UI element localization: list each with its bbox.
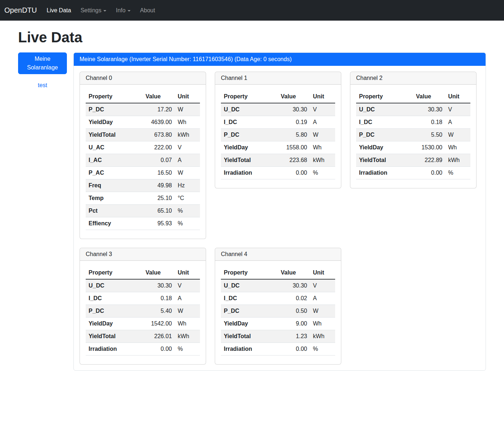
table-row: P_DC0.50W: [221, 305, 335, 318]
value-cell: 95.93: [131, 217, 175, 230]
value-cell: 226.01: [131, 330, 175, 343]
column-header-unit: Unit: [445, 90, 470, 103]
unit-cell: W: [175, 305, 200, 318]
column-header-unit: Unit: [175, 267, 200, 279]
table-row: I_DC0.18A: [86, 292, 200, 305]
column-header-unit: Unit: [175, 90, 200, 103]
table-row: P_DC5.40W: [86, 305, 200, 318]
table-row: Irradiation0.00%: [221, 167, 335, 179]
table-row: Irradiation0.00%: [356, 167, 470, 179]
unit-cell: %: [445, 167, 470, 179]
unit-cell: V: [310, 103, 335, 116]
chevron-down-icon: [103, 10, 106, 12]
unit-cell: kWh: [445, 154, 470, 167]
navbar: OpenDTU Live Data Settings Info About: [0, 0, 504, 21]
property-cell: I_DC: [86, 292, 131, 305]
unit-cell: Wh: [310, 318, 335, 330]
table-header-row: PropertyValueUnit: [86, 267, 200, 279]
nav-about[interactable]: About: [135, 4, 160, 17]
property-cell: Irradiation: [221, 343, 266, 356]
column-header-property: Property: [221, 267, 266, 279]
table-row: I_DC0.02A: [221, 292, 335, 305]
chevron-down-icon: [128, 10, 131, 12]
unit-cell: V: [310, 279, 335, 292]
value-cell: 1530.00: [402, 141, 445, 154]
test-link[interactable]: test: [18, 82, 67, 89]
value-cell: 49.98: [131, 179, 175, 192]
inverter-select-button[interactable]: Meine Solaranlage: [18, 52, 67, 74]
nav-info[interactable]: Info: [111, 4, 135, 17]
table-row: U_DC30.30V: [86, 279, 200, 292]
value-cell: 30.30: [266, 103, 310, 116]
unit-cell: W: [175, 167, 200, 179]
table-header-row: PropertyValueUnit: [356, 90, 470, 103]
navbar-items: Live Data Settings Info About: [42, 4, 160, 17]
navbar-brand[interactable]: OpenDTU: [4, 6, 37, 14]
property-cell: P_AC: [86, 167, 131, 179]
property-cell: YieldDay: [221, 318, 266, 330]
value-cell: 0.19: [266, 116, 310, 129]
page-container: Live Data Meine Solaranlage test Meine S…: [0, 29, 504, 385]
channel-title: Channel 1: [215, 72, 341, 85]
column-header-property: Property: [86, 90, 131, 103]
channel-title: Channel 2: [350, 72, 476, 85]
table-row: YieldTotal223.68kWh: [221, 154, 335, 167]
table-row: YieldDay9.00Wh: [221, 318, 335, 330]
channel-table: PropertyValueUnitU_DC30.30VI_DC0.19AP_DC…: [221, 90, 335, 179]
table-row: Irradiation0.00%: [221, 343, 335, 356]
table-row: YieldTotal1.23kWh: [221, 330, 335, 343]
property-cell: P_DC: [86, 103, 131, 116]
property-cell: U_DC: [221, 279, 266, 292]
table-row: YieldTotal222.89kWh: [356, 154, 470, 167]
channel-body: PropertyValueUnitP_DC17.20WYieldDay4639.…: [80, 85, 206, 239]
nav-settings[interactable]: Settings: [76, 4, 111, 17]
property-cell: YieldTotal: [86, 129, 131, 141]
table-row: YieldDay1530.00Wh: [356, 141, 470, 154]
column-header-property: Property: [86, 267, 131, 279]
value-cell: 1.23: [266, 330, 310, 343]
table-row: YieldTotal226.01kWh: [86, 330, 200, 343]
table-row: Irradiation0.00%: [86, 343, 200, 356]
inverter-panel-body: Channel 0PropertyValueUnitP_DC17.20WYiel…: [74, 66, 486, 370]
property-cell: YieldDay: [86, 116, 131, 129]
table-row: YieldDay4639.00Wh: [86, 116, 200, 129]
value-cell: 222.89: [402, 154, 445, 167]
table-row: Pct65.10%: [86, 205, 200, 217]
value-cell: 17.20: [131, 103, 175, 116]
table-row: P_DC17.20W: [86, 103, 200, 116]
value-cell: 0.02: [266, 292, 310, 305]
value-cell: 0.07: [131, 154, 175, 167]
property-cell: I_DC: [356, 116, 402, 129]
property-cell: Pct: [86, 205, 131, 217]
content-row: Meine Solaranlage test Meine Solaranlage…: [18, 52, 486, 371]
nav-live-data[interactable]: Live Data: [42, 4, 76, 17]
value-cell: 0.18: [402, 116, 445, 129]
unit-cell: V: [175, 279, 200, 292]
table-row: YieldDay1558.00Wh: [221, 141, 335, 154]
channel-body: PropertyValueUnitU_DC30.30VI_DC0.18AP_DC…: [350, 85, 476, 188]
channel-body: PropertyValueUnitU_DC30.30VI_DC0.19AP_DC…: [215, 85, 341, 188]
value-cell: 30.30: [402, 103, 445, 116]
value-cell: 1542.00: [131, 318, 175, 330]
nav-settings-label: Settings: [81, 7, 102, 13]
property-cell: P_DC: [221, 305, 266, 318]
channels-grid: Channel 0PropertyValueUnitP_DC17.20WYiel…: [80, 72, 480, 365]
property-cell: Irradiation: [221, 167, 266, 179]
channel-title: Channel 3: [80, 248, 206, 261]
property-cell: Effiency: [86, 217, 131, 230]
unit-cell: kWh: [175, 330, 200, 343]
column-header-property: Property: [356, 90, 402, 103]
inverter-sidebar: Meine Solaranlage test: [18, 52, 67, 89]
table-row: I_DC0.19A: [221, 116, 335, 129]
property-cell: Irradiation: [356, 167, 402, 179]
column-header-value: Value: [131, 90, 175, 103]
value-cell: 673.80: [131, 129, 175, 141]
value-cell: 5.40: [131, 305, 175, 318]
property-cell: YieldTotal: [86, 330, 131, 343]
table-row: U_DC30.30V: [221, 279, 335, 292]
property-cell: U_DC: [221, 103, 266, 116]
value-cell: 9.00: [266, 318, 310, 330]
unit-cell: A: [445, 116, 470, 129]
channel-card: Channel 0PropertyValueUnitP_DC17.20WYiel…: [80, 72, 206, 239]
channel-table: PropertyValueUnitU_DC30.30VI_DC0.18AP_DC…: [356, 90, 470, 179]
